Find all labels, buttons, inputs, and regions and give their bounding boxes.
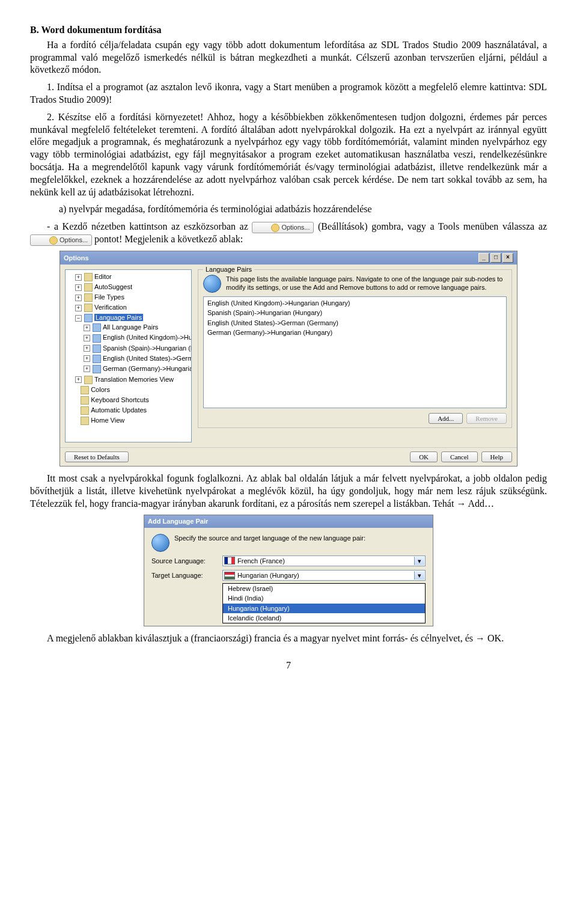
language-pairs-group: Language Pairs This page lists the avail… bbox=[198, 269, 512, 428]
step-dash: - a Kezdő nézetben kattintson az eszközs… bbox=[30, 221, 547, 246]
options-icon bbox=[271, 224, 279, 232]
options-dialog: Options _ □ × +Editor +AutoSuggest +File… bbox=[60, 251, 517, 467]
step-1: 1. Indítsa el a programot (az asztalon l… bbox=[30, 81, 547, 106]
section-heading: B. Word dokumentum fordítása bbox=[30, 24, 547, 37]
add-language-pair-dialog: Add Language Pair Specify the source and… bbox=[144, 515, 433, 626]
add-button[interactable]: Add... bbox=[429, 413, 463, 424]
source-language-label: Source Language: bbox=[151, 557, 218, 565]
options-titlebar: Options _ □ × bbox=[60, 251, 517, 265]
reset-button[interactable]: Reset to Defaults bbox=[65, 451, 129, 462]
dropdown-option: Hebrew (Israel) bbox=[223, 584, 425, 593]
chevron-down-icon[interactable]: ▾ bbox=[414, 557, 424, 565]
list-item: English (United Kingdom)->Hungarian (Hun… bbox=[205, 298, 505, 308]
options-menu-item[interactable]: Options... bbox=[30, 234, 92, 246]
dropdown-option: Icelandic (Iceland) bbox=[223, 613, 425, 623]
close-button[interactable]: × bbox=[502, 253, 513, 263]
chevron-down-icon[interactable]: ▾ bbox=[414, 571, 424, 580]
tree-language-pairs: Language Pairs bbox=[94, 314, 143, 321]
cancel-button[interactable]: Cancel bbox=[441, 451, 478, 462]
step-2a: a) nyelvpár megadása, fordítómemória és … bbox=[30, 203, 547, 216]
help-button[interactable]: Help bbox=[481, 451, 512, 462]
source-language-dropdown[interactable]: French (France) ▾ bbox=[222, 555, 426, 566]
options-title: Options bbox=[64, 254, 89, 262]
paragraph-last: A megjelenő ablakban kiválasztjuk a (fra… bbox=[30, 632, 547, 645]
language-pairs-info: This page lists the available language p… bbox=[226, 275, 507, 292]
options-toolbar-button[interactable]: Options... bbox=[252, 222, 314, 233]
target-language-dropdown-list[interactable]: Hebrew (Israel) Hindi (India) Hungarian … bbox=[222, 583, 426, 623]
paragraph-intro: Ha a fordító célja/feladata csupán egy v… bbox=[30, 39, 547, 76]
step-2: 2. Készítse elő a fordítási környezetet!… bbox=[30, 111, 547, 199]
paragraph-after-options: Itt most csak a nyelvpárokkal fogunk fog… bbox=[30, 473, 547, 510]
list-item: English (United States)->German (Germany… bbox=[205, 318, 505, 328]
globe-icon bbox=[151, 534, 169, 552]
dropdown-option: Hindi (India) bbox=[223, 593, 425, 603]
ok-button[interactable]: OK bbox=[410, 451, 438, 462]
dropdown-option-selected: Hungarian (Hungary) bbox=[223, 604, 425, 613]
maximize-button[interactable]: □ bbox=[490, 253, 501, 263]
options-icon bbox=[49, 236, 58, 245]
language-pairs-list[interactable]: English (United Kingdom)->Hungarian (Hun… bbox=[203, 296, 507, 408]
flag-fr-icon bbox=[224, 557, 235, 564]
target-language-dropdown[interactable]: Hungarian (Hungary) ▾ bbox=[222, 570, 426, 581]
add-dlg-info: Specify the source and target language o… bbox=[174, 534, 365, 542]
list-item: Spanish (Spain)->Hungarian (Hungary) bbox=[205, 308, 505, 317]
remove-button: Remove bbox=[466, 413, 507, 424]
list-item: German (Germany)->Hungarian (Hungary) bbox=[205, 328, 505, 337]
globe-icon bbox=[203, 275, 221, 293]
add-dlg-titlebar: Add Language Pair bbox=[144, 515, 433, 527]
flag-hu-icon bbox=[224, 572, 235, 580]
target-language-label: Target Language: bbox=[151, 571, 218, 580]
page-number: 7 bbox=[30, 659, 547, 672]
options-tree[interactable]: +Editor +AutoSuggest +File Types +Verifi… bbox=[65, 269, 192, 442]
minimize-button[interactable]: _ bbox=[478, 253, 489, 263]
